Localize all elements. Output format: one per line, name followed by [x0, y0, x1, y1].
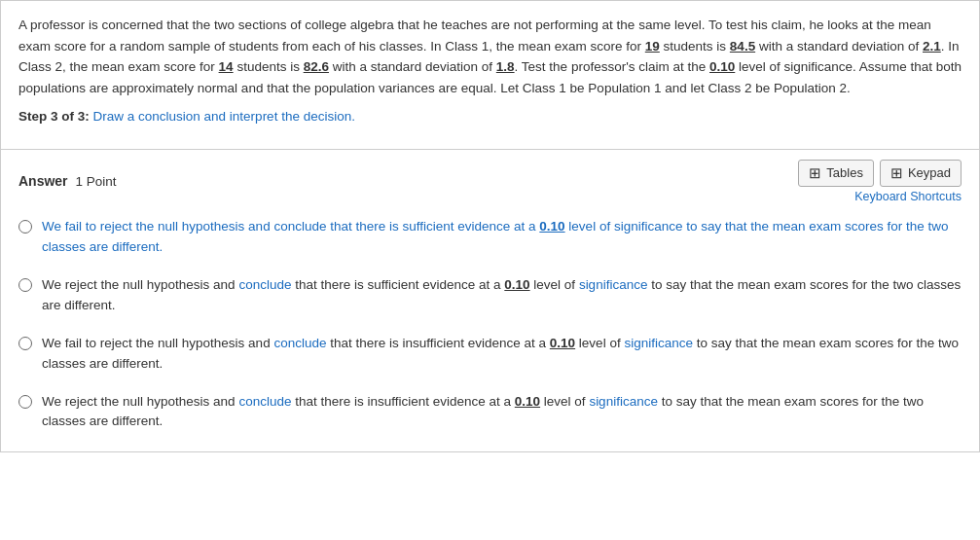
option4-text: We reject the null hypothesis and conclu… [42, 392, 962, 433]
tables-icon: ⊞ [809, 164, 821, 182]
answer-point: 1 Point [76, 174, 117, 189]
answer-label: Answer [18, 173, 68, 189]
option-item: We fail to reject the null hypothesis an… [18, 334, 962, 375]
answer-header-left: Answer 1 Point [18, 173, 117, 189]
answer-header: Answer 1 Point ⊞ Tables ⊞ Keypad Keyboar… [1, 150, 979, 207]
keypad-button[interactable]: ⊞ Keypad [880, 160, 962, 187]
problem-text: A professor is concerned that the two se… [18, 15, 962, 98]
step-text: Draw a conclusion and interpret the deci… [93, 109, 355, 124]
problem-section: A professor is concerned that the two se… [0, 0, 980, 150]
keypad-label: Keypad [908, 165, 951, 180]
radio-option1[interactable] [18, 220, 32, 234]
option-item: We reject the null hypothesis and conclu… [18, 392, 962, 433]
radio-option3[interactable] [18, 337, 32, 350]
header-buttons: ⊞ Tables ⊞ Keypad Keyboard Shortcuts [798, 160, 962, 203]
btn-row: ⊞ Tables ⊞ Keypad [798, 160, 962, 187]
option1-text: We fail to reject the null hypothesis an… [42, 217, 962, 258]
option3-text: We fail to reject the null hypothesis an… [42, 334, 962, 375]
step-line: Step 3 of 3: Draw a conclusion and inter… [18, 106, 962, 127]
tables-label: Tables [826, 165, 863, 180]
options-area: We fail to reject the null hypothesis an… [1, 207, 979, 451]
option-item: We fail to reject the null hypothesis an… [18, 217, 962, 258]
radio-option4[interactable] [18, 395, 32, 409]
option2-text: We reject the null hypothesis and conclu… [42, 275, 962, 316]
answer-section: Answer 1 Point ⊞ Tables ⊞ Keypad Keyboar… [0, 150, 980, 452]
step-label: Step 3 of 3: [18, 109, 90, 124]
tables-button[interactable]: ⊞ Tables [798, 160, 874, 187]
keypad-icon: ⊞ [890, 164, 903, 182]
option-item: We reject the null hypothesis and conclu… [18, 275, 962, 316]
radio-option2[interactable] [18, 278, 32, 292]
keyboard-shortcuts-link[interactable]: Keyboard Shortcuts [854, 190, 962, 203]
